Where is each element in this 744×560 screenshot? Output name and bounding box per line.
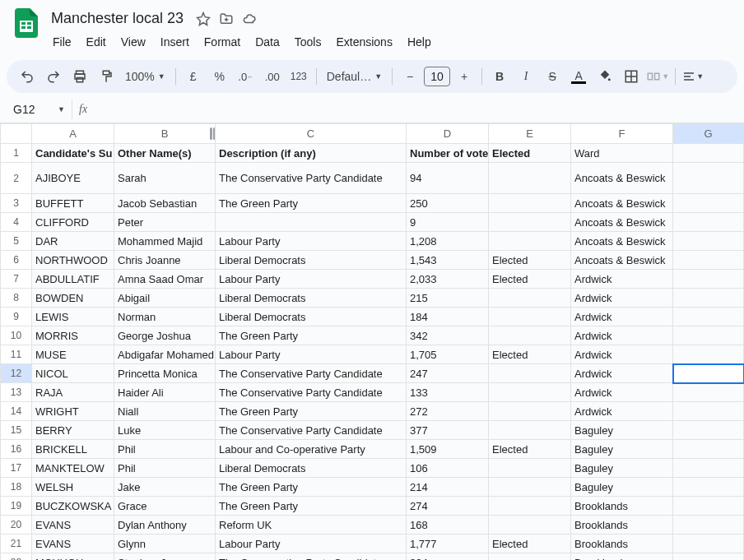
move-icon[interactable] <box>218 11 235 27</box>
cell[interactable] <box>673 459 744 478</box>
cell[interactable]: Brooklands <box>571 497 673 516</box>
cell[interactable]: 2,033 <box>407 270 489 289</box>
cell[interactable]: DAR <box>32 232 114 251</box>
menu-help[interactable]: Help <box>401 32 438 52</box>
cell[interactable] <box>673 535 744 553</box>
row-header[interactable]: 8 <box>1 289 32 308</box>
cell[interactable]: 247 <box>407 364 489 383</box>
cell[interactable]: Phil <box>114 440 216 459</box>
menu-tools[interactable]: Tools <box>288 32 328 52</box>
menu-insert[interactable]: Insert <box>154 32 196 52</box>
cell[interactable]: 1,777 <box>407 535 489 553</box>
cell[interactable]: The Conservative Party Candidate <box>216 383 407 402</box>
cell[interactable]: Ancoats & Beswick <box>571 194 673 213</box>
cell[interactable]: LEWIS <box>32 308 114 326</box>
menu-format[interactable]: Format <box>198 32 247 52</box>
cell[interactable] <box>489 459 571 478</box>
cell[interactable]: Chris Joanne <box>114 251 216 270</box>
cell[interactable] <box>489 326 571 345</box>
merge-button[interactable]: ▼ <box>645 64 670 89</box>
cell[interactable]: Ancoats & Beswick <box>571 251 673 270</box>
cell[interactable]: Norman <box>114 308 216 326</box>
font-size-input[interactable] <box>424 67 450 86</box>
cell[interactable] <box>673 516 744 535</box>
cell[interactable]: The Conservative Party Candidate <box>216 163 407 194</box>
cell[interactable]: Liberal Democrats <box>216 459 407 478</box>
row-header[interactable]: 17 <box>1 459 32 478</box>
row-header[interactable]: 19 <box>1 497 32 516</box>
cell[interactable]: MUSE <box>32 345 114 364</box>
cell[interactable]: Mohammed Majid <box>114 232 216 251</box>
cell[interactable]: 215 <box>407 289 489 308</box>
doc-title[interactable]: Manchester local 23 <box>46 8 188 29</box>
cell[interactable]: BUFFETT <box>32 194 114 213</box>
cell[interactable]: BRICKELL <box>32 440 114 459</box>
row-header[interactable]: 11 <box>1 345 32 364</box>
borders-button[interactable] <box>619 64 644 89</box>
row-header[interactable]: 21 <box>1 535 32 553</box>
fill-color-button[interactable] <box>593 64 617 89</box>
cell[interactable] <box>673 364 744 383</box>
cell[interactable]: Elected <box>489 144 571 163</box>
row-header[interactable]: 13 <box>1 383 32 402</box>
star-icon[interactable] <box>195 11 212 27</box>
redo-button[interactable] <box>41 64 66 89</box>
spreadsheet-grid[interactable]: ABCDEFG 1Candidate's SuOther Name(s)Desc… <box>0 123 744 560</box>
cell[interactable] <box>673 478 744 497</box>
cell[interactable] <box>673 289 744 308</box>
cell[interactable]: Ancoats & Beswick <box>571 213 673 232</box>
cell[interactable] <box>489 497 571 516</box>
col-header-F[interactable]: F <box>571 124 673 144</box>
cell[interactable]: 1,543 <box>407 251 489 270</box>
cloud-icon[interactable] <box>241 11 258 27</box>
cell[interactable]: The Green Party <box>216 478 407 497</box>
cell[interactable] <box>673 144 744 163</box>
cell[interactable] <box>489 383 571 402</box>
col-header-C[interactable]: C <box>216 124 407 144</box>
cell[interactable]: Ancoats & Beswick <box>571 163 673 194</box>
cell[interactable]: NICOL <box>32 364 114 383</box>
sheets-logo[interactable] <box>10 7 43 39</box>
cell[interactable]: AJIBOYE <box>32 163 114 194</box>
cell[interactable]: Princetta Monica <box>114 364 216 383</box>
menu-file[interactable]: File <box>46 32 78 52</box>
col-header-B[interactable]: B <box>114 124 216 144</box>
cell[interactable]: The Conservative Party Candidate <box>216 421 407 440</box>
cell[interactable]: Peter <box>114 213 216 232</box>
row-header[interactable]: 3 <box>1 194 32 213</box>
col-header-D[interactable]: D <box>407 124 489 144</box>
cell[interactable]: Elected <box>489 345 571 364</box>
cell[interactable] <box>489 402 571 421</box>
cell[interactable]: 342 <box>407 326 489 345</box>
decrease-decimal-button[interactable]: .0← <box>234 64 258 89</box>
cell[interactable]: The Green Party <box>216 497 407 516</box>
cell[interactable]: 274 <box>407 497 489 516</box>
undo-button[interactable] <box>15 64 40 89</box>
row-header[interactable]: 12 <box>1 364 32 383</box>
cell[interactable]: Ancoats & Beswick <box>571 232 673 251</box>
cell[interactable]: The Green Party <box>216 194 407 213</box>
cell[interactable]: 377 <box>407 421 489 440</box>
menu-data[interactable]: Data <box>249 32 286 52</box>
cell[interactable]: Elected <box>489 270 571 289</box>
cell[interactable]: 106 <box>407 459 489 478</box>
cell[interactable]: Labour Party <box>216 232 407 251</box>
cell[interactable]: 272 <box>407 402 489 421</box>
cell[interactable]: Abdigafar Mohamed <box>114 345 216 364</box>
strikethrough-button[interactable]: S <box>540 64 565 89</box>
cell[interactable] <box>673 383 744 402</box>
row-header[interactable]: 1 <box>1 144 32 163</box>
cell[interactable]: Jacob Sebastian <box>114 194 216 213</box>
cell[interactable]: Ardwick <box>571 383 673 402</box>
cell[interactable] <box>673 194 744 213</box>
cell[interactable] <box>489 553 571 561</box>
select-all-corner[interactable] <box>1 124 32 144</box>
cell[interactable] <box>489 421 571 440</box>
cell[interactable] <box>673 497 744 516</box>
italic-button[interactable]: I <box>514 64 538 89</box>
cell[interactable]: Ardwick <box>571 402 673 421</box>
decrease-font-button[interactable]: − <box>398 64 422 89</box>
cell[interactable]: Dylan Anthony <box>114 516 216 535</box>
cell[interactable]: Abigail <box>114 289 216 308</box>
cell[interactable]: Brooklands <box>571 516 673 535</box>
